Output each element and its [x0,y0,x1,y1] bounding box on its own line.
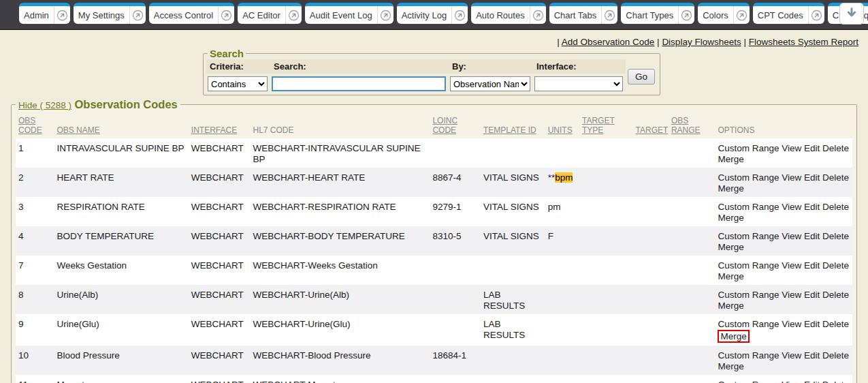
column-header-label[interactable]: UNITS [548,125,573,135]
cell-target [633,375,669,383]
tab-activity-log[interactable]: Activity Log [397,3,468,24]
option-merge-link[interactable]: Merge [718,183,743,194]
column-header-loinc-code: LOINC CODE [430,112,481,138]
go-button[interactable]: Go [628,69,655,85]
tab-my-settings[interactable]: My Settings [74,3,146,24]
column-header-label[interactable]: LOINC CODE [432,116,457,135]
popout-icon[interactable] [54,6,70,24]
option-edit-link[interactable]: Edit [804,319,820,329]
by-select[interactable]: Observation Name [450,76,530,91]
option-custom-range-link[interactable]: Custom Range [718,172,779,183]
popout-icon[interactable] [218,6,234,24]
option-view-link[interactable]: View [782,260,801,271]
popout-icon[interactable] [129,6,146,24]
tab-cpt-codes[interactable]: CPT Codes [753,3,824,24]
option-delete-link[interactable]: Delete [822,319,849,329]
option-custom-range-link[interactable]: Custom Range [718,260,779,271]
tab-access-control[interactable]: Access Control [149,3,234,24]
column-header-label[interactable]: TEMPLATE ID [483,125,536,135]
option-edit-link[interactable]: Edit [804,143,820,153]
option-delete-link[interactable]: Delete [822,260,849,271]
option-custom-range-link[interactable]: Custom Range [718,290,779,300]
option-delete-link[interactable]: Delete [822,290,849,300]
popout-icon[interactable] [678,6,694,24]
header-link-display-flowsheets[interactable]: Display Flowsheets [662,37,741,47]
option-custom-range-link[interactable]: Custom Range [718,202,779,212]
option-view-link[interactable]: View [782,172,801,183]
tab-chart-tabs[interactable]: Chart Tabs [549,3,618,24]
cell-obs-range [669,138,716,168]
column-header-label[interactable]: OBS RANGE [671,116,701,135]
option-edit-link[interactable]: Edit [804,202,820,212]
option-delete-link[interactable]: Delete [822,350,849,361]
column-header-label[interactable]: OBS CODE [18,116,42,135]
cell-interface: WEBCHART [189,375,251,383]
option-delete-link[interactable]: Delete [822,172,849,183]
column-header-label[interactable]: TARGET [636,125,669,135]
option-custom-range-link[interactable]: Custom Range [718,380,779,383]
header-link-add-observation-code[interactable]: Add Observation Code [562,37,655,47]
option-merge-link[interactable]: Merge [718,154,743,164]
option-custom-range-link[interactable]: Custom Range [718,319,779,329]
option-merge-link-highlighted[interactable]: Merge [718,330,749,343]
option-merge-link[interactable]: Merge [718,271,743,281]
popout-icon[interactable] [285,6,302,24]
option-custom-range-link[interactable]: Custom Range [718,231,779,241]
option-edit-link[interactable]: Edit [804,260,820,271]
tab-audit-event-log[interactable]: Audit Event Log [305,3,393,24]
option-view-link[interactable]: View [782,143,801,153]
popout-icon[interactable] [733,6,750,24]
option-view-link[interactable]: View [782,319,801,329]
header-link-flowsheets-system-report[interactable]: Flowsheets System Report [749,37,858,47]
popout-icon[interactable] [808,6,824,24]
option-view-link[interactable]: View [782,290,801,300]
option-view-link[interactable]: View [782,380,801,383]
criteria-select[interactable]: Contains [208,76,268,91]
option-view-link[interactable]: View [782,231,801,241]
hide-count-link[interactable]: Hide ( 5288 ) [18,100,71,110]
option-view-link[interactable]: View [782,350,801,361]
option-merge-link[interactable]: Merge [718,242,743,252]
cell-template-id [481,138,545,168]
cell-obs-code: 4 [16,226,54,256]
cell-template-id: LAB RESULTS [481,314,545,346]
option-delete-link[interactable]: Delete [822,380,849,383]
cell-template-id [481,375,545,383]
popout-icon[interactable] [451,6,468,24]
option-view-link[interactable]: View [782,202,801,212]
option-edit-link[interactable]: Edit [804,350,820,361]
page-content: | Add Observation Code | Display Flowshe… [0,30,868,383]
option-delete-link[interactable]: Delete [822,202,849,212]
column-header-label[interactable]: OBS NAME [57,125,99,135]
option-delete-link[interactable]: Delete [822,231,849,241]
cell-target-type [579,168,633,197]
column-header-label[interactable]: INTERFACE [191,125,237,135]
option-custom-range-link[interactable]: Custom Range [718,350,779,361]
tab-colors[interactable]: Colors [698,3,750,24]
popout-icon[interactable] [377,6,393,24]
option-merge-link[interactable]: Merge [718,361,743,371]
column-header-target-type: TARGET TYPE [579,112,633,138]
tab-admin[interactable]: Admin [19,3,70,24]
popout-icon[interactable] [530,6,546,24]
search-input[interactable] [272,76,446,91]
option-custom-range-link[interactable]: Custom Range [718,143,779,153]
search-grid: Criteria: Contains Search: By: Observati… [206,59,657,91]
option-edit-link[interactable]: Edit [804,380,820,383]
column-header-label[interactable]: TARGET TYPE [582,116,615,135]
cell-target [633,346,669,375]
option-merge-link[interactable]: Merge [718,213,743,223]
option-edit-link[interactable]: Edit [804,290,820,300]
option-edit-link[interactable]: Edit [804,172,820,183]
popout-icon[interactable] [601,6,617,24]
tab-ac-editor[interactable]: AC Editor [238,3,302,24]
option-delete-link[interactable]: Delete [822,143,849,153]
option-merge-link[interactable]: Merge [718,301,743,311]
tab-overflow-down-button[interactable] [839,3,864,25]
tab-auto-routes[interactable]: Auto Routes [471,3,546,24]
interface-select[interactable] [534,76,623,91]
cell-units [545,285,579,314]
tab-label: CPT Codes [753,6,808,24]
option-edit-link[interactable]: Edit [804,231,820,241]
tab-chart-types[interactable]: Chart Types [621,3,694,24]
